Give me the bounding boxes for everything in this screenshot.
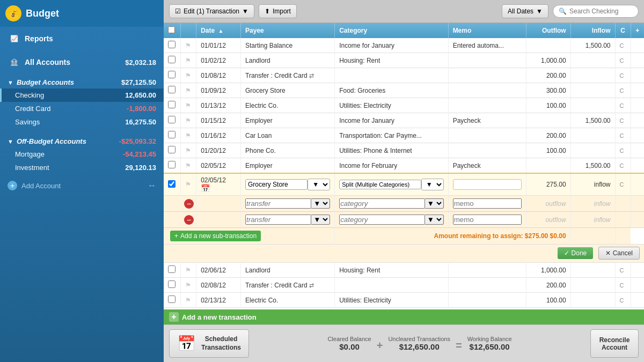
- add-sub-transaction-button[interactable]: + Add a new sub-transaction: [170, 231, 261, 241]
- row-checkbox[interactable]: [168, 280, 175, 288]
- sub-row-memo-cell[interactable]: [448, 196, 526, 212]
- row-cleared[interactable]: C: [615, 128, 631, 143]
- row-cleared[interactable]: C: [615, 263, 631, 278]
- row-checkbox-cell[interactable]: [164, 38, 181, 53]
- budget-accounts-section[interactable]: ▼ Budget Accounts $27,125.50: [0, 74, 164, 88]
- sub-row-transfer-dropdown[interactable]: ▼: [311, 198, 330, 209]
- scheduled-transactions-button[interactable]: 📅 Scheduled Transactions: [169, 329, 249, 358]
- cleared-status[interactable]: C: [620, 162, 624, 169]
- row-cleared[interactable]: C: [615, 53, 631, 68]
- edit-cleared-status[interactable]: C: [620, 181, 624, 188]
- cleared-status[interactable]: C: [620, 102, 624, 109]
- cleared-status[interactable]: C: [620, 297, 624, 304]
- row-checkbox-cell[interactable]: [164, 53, 181, 68]
- sub-row-transfer-input[interactable]: [245, 198, 311, 209]
- sub-row-remove-cell[interactable]: −: [164, 196, 196, 212]
- sub-row-memo-input[interactable]: [453, 215, 522, 225]
- row-cleared[interactable]: C: [615, 158, 631, 174]
- row-cleared[interactable]: C: [615, 98, 631, 113]
- sub-row-category-cell[interactable]: ▼: [335, 212, 448, 228]
- cleared-status[interactable]: C: [620, 72, 624, 79]
- edit-category-input[interactable]: [339, 180, 421, 189]
- row-checkbox-cell[interactable]: [164, 263, 181, 278]
- row-cleared[interactable]: C: [615, 293, 631, 308]
- calendar-cell-icon[interactable]: 📅: [201, 184, 210, 193]
- remove-sub-row-button[interactable]: −: [184, 215, 194, 225]
- select-all-checkbox[interactable]: [168, 26, 175, 33]
- row-checkbox-cell[interactable]: [164, 278, 181, 293]
- sub-row-category-input[interactable]: [339, 215, 425, 225]
- done-button[interactable]: ✓ Done: [558, 247, 594, 259]
- table-row[interactable]: ⚑ 01/20/12 Phone Co. Utilities: Phone & …: [164, 143, 644, 158]
- sidebar-account-checking[interactable]: Checking 12,650.00: [0, 88, 164, 102]
- edit-category-dropdown[interactable]: ▼: [421, 179, 444, 190]
- sub-row-transfer-dropdown[interactable]: ▼: [311, 215, 330, 225]
- row-checkbox[interactable]: [168, 86, 175, 93]
- row-checkbox[interactable]: [168, 116, 175, 123]
- cancel-button[interactable]: ✕ Cancel: [598, 247, 640, 260]
- header-checkbox[interactable]: [164, 23, 181, 38]
- sidebar-account-mortgage[interactable]: Mortgage -54,213.45: [0, 147, 164, 161]
- table-row[interactable]: ⚑ 02/08/12 Transfer : Credit Card ⇄ 200.…: [164, 278, 644, 293]
- table-row[interactable]: ⚑ 01/08/12 Transfer : Credit Card ⇄ 200.…: [164, 68, 644, 83]
- edit-checkbox-cell[interactable]: [164, 173, 181, 196]
- row-cleared[interactable]: C: [615, 143, 631, 158]
- edit-transaction-button[interactable]: ☑ Edit (1) Transaction ▼: [169, 4, 254, 18]
- edit-payee-input[interactable]: [245, 179, 308, 190]
- row-checkbox-cell[interactable]: [164, 143, 181, 158]
- add-transaction-bar[interactable]: + Add a new transaction: [164, 309, 644, 324]
- table-row[interactable]: ⚑ 01/09/12 Grocery Store Food: Groceries…: [164, 83, 644, 98]
- cleared-status[interactable]: C: [620, 132, 624, 139]
- edit-memo-cell[interactable]: [448, 173, 526, 196]
- table-row[interactable]: ⚑ 01/01/12 Starting Balance Income for J…: [164, 38, 644, 53]
- header-memo[interactable]: Memo: [448, 23, 526, 38]
- row-checkbox[interactable]: [168, 41, 175, 48]
- edit-category-cell[interactable]: ▼: [335, 173, 448, 196]
- header-add[interactable]: +: [631, 23, 644, 38]
- add-sub-cell[interactable]: + Add a new sub-transaction: [164, 228, 335, 245]
- row-checkbox-cell[interactable]: [164, 293, 181, 308]
- sidebar-logo-row[interactable]: 💰 Budget: [0, 0, 164, 27]
- sidebar-account-investment[interactable]: Investment 29,120.13: [0, 161, 164, 174]
- edit-payee-dropdown[interactable]: ▼: [308, 179, 330, 190]
- search-box[interactable]: 🔍: [553, 5, 639, 18]
- import-button[interactable]: ⬆ Import: [259, 4, 297, 18]
- table-row[interactable]: ⚑ 01/16/12 Car Loan Transportation: Car …: [164, 128, 644, 143]
- row-checkbox[interactable]: [168, 56, 175, 63]
- reconcile-button[interactable]: ReconcileAccount: [590, 329, 639, 358]
- sidebar-account-credit-card[interactable]: Credit Card -1,800.00: [0, 102, 164, 115]
- sub-row-remove-cell[interactable]: −: [164, 212, 196, 228]
- table-row[interactable]: ⚑ 02/06/12 Landlord Housing: Rent 1,000.…: [164, 263, 644, 278]
- sub-row-memo-cell[interactable]: [448, 212, 526, 228]
- add-account-row[interactable]: + Add Account ↔: [0, 176, 164, 195]
- dates-filter-button[interactable]: All Dates ▼: [502, 4, 548, 18]
- row-cleared[interactable]: C: [615, 68, 631, 83]
- row-checkbox-cell[interactable]: [164, 68, 181, 83]
- table-row[interactable]: ⚑ 01/02/12 Landlord Housing: Rent 1,000.…: [164, 53, 644, 68]
- cleared-status[interactable]: C: [620, 57, 624, 64]
- row-cleared[interactable]: C: [615, 38, 631, 53]
- cleared-status[interactable]: C: [620, 117, 624, 124]
- table-row[interactable]: ⚑ 01/15/12 Employer Income for January P…: [164, 113, 644, 128]
- cleared-status[interactable]: C: [620, 267, 624, 274]
- sub-row-category-input[interactable]: [339, 198, 425, 209]
- row-checkbox[interactable]: [168, 146, 175, 153]
- header-outflow[interactable]: Outflow: [526, 23, 570, 38]
- row-checkbox[interactable]: [168, 161, 175, 168]
- row-checkbox-cell[interactable]: [164, 158, 181, 174]
- edit-payee-cell[interactable]: ▼: [241, 173, 335, 196]
- row-cleared[interactable]: C: [615, 113, 631, 128]
- sidebar-item-all-accounts[interactable]: 🏦 All Accounts $2,032.18: [0, 50, 164, 74]
- edit-memo-input[interactable]: [453, 179, 522, 190]
- row-checkbox-cell[interactable]: [164, 113, 181, 128]
- sub-row-category-dropdown[interactable]: ▼: [425, 198, 444, 209]
- remove-sub-row-button[interactable]: −: [184, 199, 194, 209]
- sidebar-account-savings[interactable]: Savings 16,275.50: [0, 115, 164, 129]
- row-checkbox-cell[interactable]: [164, 83, 181, 98]
- row-checkbox[interactable]: [168, 131, 175, 138]
- edit-date-cell[interactable]: 02/05/12 📅: [196, 173, 241, 196]
- cleared-status[interactable]: C: [620, 282, 624, 289]
- off-budget-accounts-section[interactable]: ▼ Off-Budget Accounts -$25,093.32: [0, 133, 164, 147]
- sub-row-transfer-cell[interactable]: ▼: [241, 212, 335, 228]
- edit-inflow-cell[interactable]: inflow: [570, 173, 615, 196]
